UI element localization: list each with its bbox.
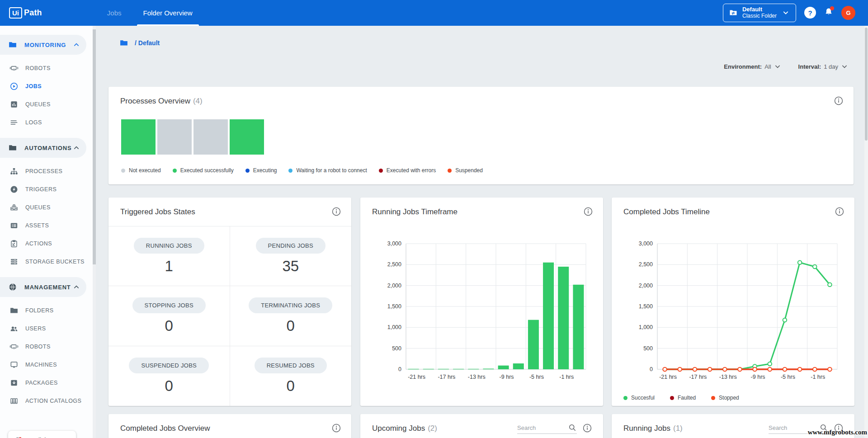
job-state-pill: RESUMED JOBS	[255, 358, 327, 373]
info-icon[interactable]	[834, 96, 844, 106]
sidebar-item-logs[interactable]: LOGS	[0, 113, 93, 132]
job-state-value: 1	[165, 258, 173, 275]
process-segment-not-executed[interactable]	[193, 119, 228, 155]
upcoming-jobs-search	[517, 423, 577, 434]
interval-filter[interactable]: Interval: 1 day	[798, 62, 849, 71]
svg-text:-5 hrs: -5 hrs	[781, 374, 795, 380]
triggers-icon	[9, 185, 19, 194]
notifications-button[interactable]	[824, 7, 833, 18]
legend-dot	[379, 169, 383, 173]
folder-icon	[8, 143, 17, 152]
info-icon[interactable]	[331, 207, 341, 217]
breadcrumb-path: / Default	[135, 39, 160, 47]
processes-overview-card: Processes Overview (4) Not executedExecu…	[108, 87, 854, 184]
job-states-grid: RUNNING JOBS1PENDING JOBS35STOPPING JOBS…	[108, 226, 351, 406]
sidebar-item-label: JOBS	[25, 83, 42, 89]
sidebar-item-assets[interactable]: ASSETS	[0, 217, 93, 235]
svg-text:-9 hrs: -9 hrs	[500, 374, 514, 380]
folder-switcher-button[interactable]: Default Classic Folder	[723, 4, 796, 22]
legend-item-executing: Executing	[245, 167, 277, 174]
sidebar-item-storage-buckets[interactable]: STORAGE BUCKETS	[0, 253, 93, 271]
uipath-logo-path: Path	[24, 8, 42, 18]
search-input[interactable]	[517, 424, 568, 431]
sidebar-item-robots[interactable]: ROBOTS	[0, 59, 93, 77]
sidebar-item-label: LOGS	[25, 119, 42, 126]
chevron-down-icon	[840, 62, 849, 71]
job-state-value: 0	[165, 377, 173, 395]
queues-chart-icon	[9, 100, 19, 109]
legend-dot	[245, 169, 250, 173]
sidebar-item-action-catalogs[interactable]: ACTION CATALOGS	[0, 392, 93, 410]
sidebar-gap	[0, 271, 93, 277]
sidebar-section-label: MANAGEMENT	[24, 284, 71, 291]
sidebar-item-machines[interactable]: MACHINES	[0, 356, 93, 374]
sidebar-section-management[interactable]: MANAGEMENT	[0, 277, 86, 297]
filters-row: Environment: All Interval: 1 day	[724, 62, 849, 71]
sidebar-item-actions[interactable]: ACTIONS	[0, 235, 93, 253]
svg-text:1,000: 1,000	[387, 324, 401, 330]
sidebar-item-label: MACHINES	[25, 362, 57, 368]
tab-jobs[interactable]: Jobs	[96, 0, 132, 26]
info-icon[interactable]	[582, 423, 592, 433]
svg-text:2,000: 2,000	[639, 283, 653, 289]
folders-icon	[9, 306, 19, 315]
environment-filter-label: Environment:	[724, 63, 762, 70]
sidebar-item-jobs[interactable]: JOBS	[0, 77, 93, 95]
running-jobs-count: (1)	[673, 424, 683, 433]
language-selector[interactable]: English—	[8, 431, 76, 438]
sidebar-item-triggers[interactable]: TRIGGERS	[0, 180, 93, 198]
page-scrollbar-thumb[interactable]	[865, 28, 868, 141]
breadcrumb[interactable]: / Default	[119, 38, 160, 47]
sidebar-scrollbar	[93, 26, 96, 438]
sidebar-item-queues[interactable]: QUEUES	[0, 198, 93, 217]
svg-text:500: 500	[643, 345, 653, 352]
svg-text:2,500: 2,500	[639, 261, 653, 268]
timeline-legend: SuccesfulFaultedStopped	[623, 395, 739, 401]
sidebar-item-queues[interactable]: QUEUES	[0, 95, 93, 113]
sidebar-item-processes[interactable]: PROCESSES	[0, 162, 93, 180]
sidebar-scrollbar-thumb[interactable]	[93, 29, 96, 264]
card-header: Triggered Jobs States	[108, 198, 351, 226]
job-state-pill: PENDING JOBS	[256, 238, 326, 254]
legend-dot	[121, 169, 125, 173]
help-button[interactable]: ?	[804, 7, 816, 19]
svg-text:-21 hrs: -21 hrs	[408, 374, 425, 380]
process-status-bar	[121, 119, 264, 155]
sidebar-section-monitoring[interactable]: MONITORING	[0, 35, 86, 55]
svg-text:3,000: 3,000	[387, 240, 401, 247]
svg-text:-1 hrs: -1 hrs	[811, 374, 825, 380]
process-segment-executed-successfully[interactable]	[121, 119, 156, 155]
sidebar-item-folders[interactable]: FOLDERS	[0, 301, 93, 320]
svg-text:1,000: 1,000	[639, 324, 653, 330]
legend-item-executed-successfully: Executed successfully	[173, 167, 234, 174]
legend-label: Succesful	[631, 395, 655, 401]
robots-icon	[9, 64, 19, 73]
process-segment-executed-successfully[interactable]	[230, 119, 264, 155]
sidebar-item-robots[interactable]: ROBOTS	[0, 338, 93, 356]
sidebar-item-label: ROBOTS	[25, 344, 51, 350]
upcoming-jobs-card: Upcoming Jobs (2)	[360, 414, 603, 438]
job-state-cell-pending-jobs: PENDING JOBS35	[230, 226, 352, 286]
users-icon	[9, 324, 19, 333]
job-state-value: 0	[165, 317, 173, 334]
svg-text:-13 hrs: -13 hrs	[468, 374, 486, 380]
user-avatar[interactable]: G	[841, 6, 855, 20]
search-icon[interactable]	[568, 423, 577, 432]
svg-text:0: 0	[398, 366, 401, 372]
job-state-pill: SUSPENDED JOBS	[129, 358, 209, 373]
jobs-icon	[9, 82, 19, 91]
completed-jobs-overview-card: Completed Jobs Overview	[108, 414, 351, 438]
chevron-down-icon	[773, 62, 782, 71]
sidebar-item-users[interactable]: USERS	[0, 320, 93, 338]
folder-icon	[119, 38, 128, 47]
tab-folder-overview[interactable]: Folder Overview	[132, 0, 203, 26]
sidebar-item-packages[interactable]: PACKAGES	[0, 374, 93, 392]
svg-text:2,000: 2,000	[387, 283, 401, 289]
process-segment-not-executed[interactable]	[157, 119, 192, 155]
info-icon[interactable]	[583, 207, 593, 217]
actions-icon	[9, 239, 19, 248]
info-icon[interactable]	[331, 423, 341, 433]
environment-filter[interactable]: Environment: All	[724, 62, 782, 71]
sidebar-section-automations[interactable]: AUTOMATIONS	[0, 138, 86, 158]
info-icon[interactable]	[835, 207, 844, 217]
